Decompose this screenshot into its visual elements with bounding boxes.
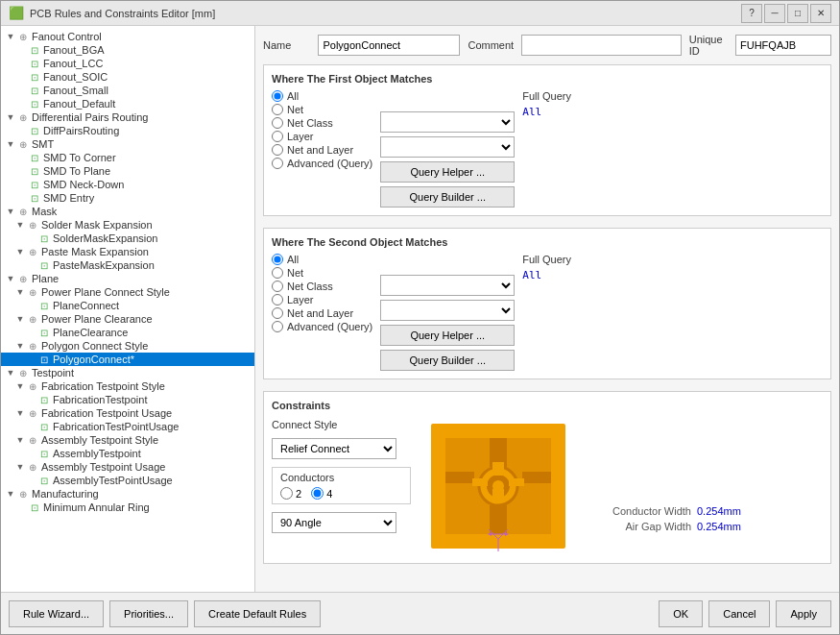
first-dropdown[interactable] — [380, 111, 515, 133]
tree-item-soldermaskexp[interactable]: ⊡ SolderMaskExpansion — [1, 232, 254, 245]
second-radio-net[interactable] — [272, 267, 283, 279]
tree-item-paste-mask[interactable]: ▼ ⊕ Paste Mask Expansion — [1, 245, 254, 258]
tree-item-smd-plane[interactable]: ⊡ SMD To Plane — [1, 164, 254, 178]
connect-style-dropdown[interactable]: Relief Connect Direct Connect No Connect — [272, 438, 396, 459]
icon-asm-style: ⊕ — [26, 435, 39, 446]
tree-item-planeconnect[interactable]: ⊡ PlaneConnect — [1, 299, 254, 312]
second-radio-net-label: Net — [287, 267, 303, 279]
tree-item-pastemaskexp[interactable]: ⊡ PasteMaskExpansion — [1, 258, 254, 272]
tree-item-fanout-small[interactable]: ⊡ Fanout_Small — [1, 84, 254, 97]
tree-item-fab-style[interactable]: ▼ ⊕ Fabrication Testpoint Style — [1, 379, 254, 393]
second-object-title: Where The Second Object Matches — [272, 236, 823, 248]
tree-item-solder-mask[interactable]: ▼ ⊕ Solder Mask Expansion — [1, 218, 254, 232]
icon-fanout-bga: ⊡ — [28, 45, 41, 56]
apply-button[interactable]: Apply — [776, 600, 831, 627]
tree-panel: ▼ ⊕ Fanout Control ⊡ Fanout_BGA ⊡ Fanout… — [1, 26, 255, 592]
tree-item-asmtestusage[interactable]: ⊡ AssemblyTestPointUsage — [1, 474, 254, 487]
second-radio-all[interactable] — [272, 254, 283, 265]
label-manufacturing: Manufacturing — [30, 488, 99, 500]
toggle-testpoint: ▼ — [5, 368, 16, 378]
first-radio-net[interactable] — [272, 104, 283, 115]
label-smd-neck: SMD Neck-Down — [41, 179, 124, 190]
help-button[interactable]: ? — [741, 4, 762, 23]
conductor-width-row: Conductor Width 0.254mm — [586, 505, 741, 517]
bottom-right: OK Cancel Apply — [659, 600, 831, 627]
first-radio-layer-row: Layer — [272, 131, 372, 142]
first-query-builder-btn[interactable]: Query Builder ... — [380, 186, 515, 208]
close-button[interactable]: ✕ — [810, 4, 831, 23]
name-input[interactable] — [318, 35, 460, 56]
create-defaults-button[interactable]: Create Default Rules — [194, 600, 321, 627]
tree-item-asm-usage[interactable]: ▼ ⊕ Assembly Testpoint Usage — [1, 460, 254, 474]
second-radio-layer-label: Layer — [287, 294, 314, 305]
tree-item-plane-connect[interactable]: ▼ ⊕ Power Plane Connect Style — [1, 285, 254, 299]
tree-item-manufacturing[interactable]: ▼ ⊕ Manufacturing — [1, 487, 254, 501]
tree-item-diffpairsrouting[interactable]: ⊡ DiffPairsRouting — [1, 124, 254, 137]
tree-item-smd-neck[interactable]: ⊡ SMD Neck-Down — [1, 178, 254, 191]
comment-label: Comment — [468, 39, 514, 51]
tree-item-assemblytest[interactable]: ⊡ AssemblyTestpoint — [1, 447, 254, 460]
tree-item-smt[interactable]: ▼ ⊕ SMT — [1, 137, 254, 151]
first-radio-netclass[interactable] — [272, 117, 283, 129]
second-radio-netlayer[interactable] — [272, 307, 283, 319]
icon-smd-plane: ⊡ — [28, 166, 41, 177]
tree-item-plane[interactable]: ▼ ⊕ Plane — [1, 272, 254, 285]
comment-input[interactable] — [521, 35, 682, 56]
maximize-button[interactable]: □ — [787, 4, 808, 23]
first-radio-layer[interactable] — [272, 131, 283, 142]
conductor-2-radio[interactable] — [280, 487, 293, 500]
label-plane-clearance: Power Plane Clearance — [39, 313, 153, 325]
tree-item-smd-corner[interactable]: ⊡ SMD To Corner — [1, 151, 254, 164]
tree-item-smd-entry[interactable]: ⊡ SMD Entry — [1, 191, 254, 205]
label-fabtest: FabricationTestpoint — [51, 394, 147, 405]
tree-item-fanout-control[interactable]: ▼ ⊕ Fanout Control — [1, 30, 254, 43]
first-radio-netlayer[interactable] — [272, 144, 283, 156]
first-query-helper-btn[interactable]: Query Helper ... — [380, 161, 515, 183]
tree-item-plane-clearance[interactable]: ▼ ⊕ Power Plane Clearance — [1, 312, 254, 326]
second-dropdown2[interactable] — [380, 300, 515, 321]
second-query-builder-btn[interactable]: Query Builder ... — [380, 350, 515, 371]
second-query-helper-btn[interactable]: Query Helper ... — [380, 325, 515, 346]
icon-fabtestusage: ⊡ — [37, 422, 51, 432]
tree-item-fanout-bga[interactable]: ⊡ Fanout_BGA — [1, 43, 254, 57]
tree-item-testpoint[interactable]: ▼ ⊕ Testpoint — [1, 366, 254, 379]
tree-item-polygonconnect[interactable]: ⊡ PolygonConnect* — [1, 353, 254, 366]
ok-button[interactable]: OK — [659, 600, 703, 627]
first-radio-all[interactable] — [272, 90, 283, 102]
second-radio-advanced[interactable] — [272, 321, 283, 332]
second-radio-advanced-row: Advanced (Query) — [272, 321, 372, 332]
tree-item-asm-style[interactable]: ▼ ⊕ Assembly Testpoint Style — [1, 433, 254, 447]
label-mask: Mask — [30, 206, 57, 217]
tree-item-fabtestusage[interactable]: ⊡ FabricationTestPointUsage — [1, 420, 254, 433]
first-full-query-label: Full Query — [522, 90, 637, 102]
tree-item-polygon-connect[interactable]: ▼ ⊕ Polygon Connect Style — [1, 339, 254, 353]
tree-item-fanout-lcc[interactable]: ⊡ Fanout_LCC — [1, 57, 254, 70]
rule-wizard-button[interactable]: Rule Wizard... — [9, 600, 104, 627]
right-panel: Name Comment Unique ID Where The First O… — [255, 26, 839, 592]
minimize-button[interactable]: ─ — [764, 4, 785, 23]
second-radio-layer[interactable] — [272, 294, 283, 305]
cancel-button[interactable]: Cancel — [708, 600, 770, 627]
tree-item-planeclearance[interactable]: ⊡ PlaneClearance — [1, 326, 254, 339]
name-label: Name — [263, 39, 310, 51]
conductor-4-radio[interactable] — [311, 487, 324, 500]
tree-item-fanout-soic[interactable]: ⊡ Fanout_SOIC — [1, 70, 254, 84]
priorities-button[interactable]: Priorities... — [109, 600, 188, 627]
dimensions-area: Conductor Width 0.254mm Air Gap Width 0.… — [586, 419, 741, 532]
tree-item-diff-pairs[interactable]: ▼ ⊕ Differential Pairs Routing — [1, 110, 254, 124]
label-soldermaskexp: SolderMaskExpansion — [51, 232, 157, 244]
tree-item-fab-usage[interactable]: ▼ ⊕ Fabrication Testpoint Usage — [1, 406, 254, 420]
second-dropdown[interactable] — [380, 275, 515, 296]
tree-item-min-annular[interactable]: ⊡ Minimum Annular Ring — [1, 501, 254, 514]
tree-item-fanout-default[interactable]: ⊡ Fanout_Default — [1, 97, 254, 110]
second-radio-netclass[interactable] — [272, 281, 283, 292]
tree-item-fabtest[interactable]: ⊡ FabricationTestpoint — [1, 393, 254, 406]
toggle-smt: ▼ — [5, 139, 16, 149]
first-radio-advanced[interactable] — [272, 158, 283, 169]
toggle-polygon-connect: ▼ — [14, 341, 26, 351]
tree-item-mask[interactable]: ▼ ⊕ Mask — [1, 205, 254, 218]
uid-input[interactable] — [735, 35, 831, 56]
toggle-fanout-control: ▼ — [5, 32, 16, 41]
first-dropdown2[interactable] — [380, 136, 515, 158]
angle-dropdown[interactable]: 90 Angle 45 Angle — [272, 512, 396, 533]
